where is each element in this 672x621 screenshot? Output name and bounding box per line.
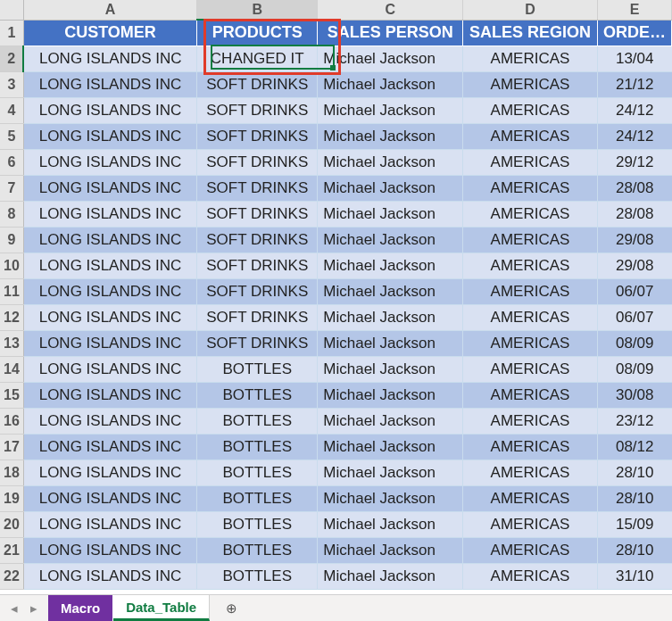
cell-B2[interactable]: CHANGED IT: [197, 46, 318, 71]
cell-E4[interactable]: 24/12: [597, 97, 671, 123]
cell-B15[interactable]: BOTTLES: [197, 382, 318, 408]
cell-C22[interactable]: Michael Jackson: [318, 563, 463, 589]
cell-E19[interactable]: 28/10: [597, 485, 671, 511]
row-header-3[interactable]: 3: [0, 71, 23, 97]
cell-C4[interactable]: Michael Jackson: [318, 97, 463, 123]
cell-D13[interactable]: AMERICAS: [463, 330, 598, 356]
cell-A8[interactable]: LONG ISLANDS INC: [23, 201, 196, 227]
column-header-A[interactable]: A: [23, 0, 196, 20]
cell-E2[interactable]: 13/04: [597, 46, 671, 71]
cell-C11[interactable]: Michael Jackson: [318, 278, 463, 304]
cell-E3[interactable]: 21/12: [597, 71, 671, 97]
cell-C13[interactable]: Michael Jackson: [318, 330, 463, 356]
tab-next-icon[interactable]: ▸: [30, 600, 37, 617]
column-header-E[interactable]: E: [597, 0, 671, 20]
cell-B3[interactable]: SOFT DRINKS: [197, 71, 318, 97]
cell-E7[interactable]: 28/08: [597, 175, 671, 201]
cell-A11[interactable]: LONG ISLANDS INC: [23, 278, 196, 304]
row-header-7[interactable]: 7: [0, 175, 23, 201]
cell-C18[interactable]: Michael Jackson: [318, 460, 463, 485]
cell-D2[interactable]: AMERICAS: [463, 46, 598, 71]
row-header-17[interactable]: 17: [0, 434, 23, 460]
cell-D17[interactable]: AMERICAS: [463, 434, 598, 460]
table-header-cell[interactable]: PRODUCTS: [197, 20, 318, 46]
table-header-cell[interactable]: SALES REGION: [463, 20, 598, 46]
cell-C2[interactable]: Michael Jackson: [318, 46, 463, 71]
cell-C9[interactable]: Michael Jackson: [318, 227, 463, 253]
cell-B21[interactable]: BOTTLES: [197, 537, 318, 563]
cell-E11[interactable]: 06/07: [597, 278, 671, 304]
cell-E9[interactable]: 29/08: [597, 227, 671, 253]
cell-D6[interactable]: AMERICAS: [463, 149, 598, 175]
row-header-15[interactable]: 15: [0, 382, 23, 408]
cell-A14[interactable]: LONG ISLANDS INC: [23, 356, 196, 382]
cell-C3[interactable]: Michael Jackson: [318, 71, 463, 97]
cell-B9[interactable]: SOFT DRINKS: [197, 227, 318, 253]
cell-D14[interactable]: AMERICAS: [463, 356, 598, 382]
sheet-tab-data_table[interactable]: Data_Table: [113, 595, 210, 621]
cell-D19[interactable]: AMERICAS: [463, 485, 598, 511]
cell-C14[interactable]: Michael Jackson: [318, 356, 463, 382]
row-header-2[interactable]: 2: [0, 46, 23, 71]
cell-A7[interactable]: LONG ISLANDS INC: [23, 175, 196, 201]
cell-D18[interactable]: AMERICAS: [463, 460, 598, 485]
cell-A16[interactable]: LONG ISLANDS INC: [23, 408, 196, 434]
cell-E13[interactable]: 08/09: [597, 330, 671, 356]
cell-D5[interactable]: AMERICAS: [463, 123, 598, 149]
cell-C16[interactable]: Michael Jackson: [318, 408, 463, 434]
sheet-tab-macro[interactable]: Macro: [48, 595, 113, 621]
row-header-1[interactable]: 1: [0, 20, 23, 46]
row-header-12[interactable]: 12: [0, 304, 23, 330]
cell-C15[interactable]: Michael Jackson: [318, 382, 463, 408]
cell-A20[interactable]: LONG ISLANDS INC: [23, 511, 196, 537]
cell-B18[interactable]: BOTTLES: [197, 460, 318, 485]
row-header-20[interactable]: 20: [0, 511, 23, 537]
cell-A3[interactable]: LONG ISLANDS INC: [23, 71, 196, 97]
row-header-10[interactable]: 10: [0, 253, 23, 278]
cell-E12[interactable]: 06/07: [597, 304, 671, 330]
row-header-16[interactable]: 16: [0, 408, 23, 434]
cell-C6[interactable]: Michael Jackson: [318, 149, 463, 175]
cell-B11[interactable]: SOFT DRINKS: [197, 278, 318, 304]
cell-E16[interactable]: 23/12: [597, 408, 671, 434]
cell-A6[interactable]: LONG ISLANDS INC: [23, 149, 196, 175]
tab-prev-icon[interactable]: ◂: [11, 600, 18, 617]
cell-E20[interactable]: 15/09: [597, 511, 671, 537]
cell-E15[interactable]: 30/08: [597, 382, 671, 408]
row-header-21[interactable]: 21: [0, 537, 23, 563]
row-header-11[interactable]: 11: [0, 278, 23, 304]
cell-B6[interactable]: SOFT DRINKS: [197, 149, 318, 175]
table-header-cell[interactable]: SALES PERSON: [318, 20, 463, 46]
cell-B5[interactable]: SOFT DRINKS: [197, 123, 318, 149]
table-header-cell[interactable]: ORDE…: [597, 20, 671, 46]
row-header-6[interactable]: 6: [0, 149, 23, 175]
cell-B4[interactable]: SOFT DRINKS: [197, 97, 318, 123]
cell-C10[interactable]: Michael Jackson: [318, 253, 463, 278]
cell-A4[interactable]: LONG ISLANDS INC: [23, 97, 196, 123]
cell-B19[interactable]: BOTTLES: [197, 485, 318, 511]
cell-A5[interactable]: LONG ISLANDS INC: [23, 123, 196, 149]
cell-A18[interactable]: LONG ISLANDS INC: [23, 460, 196, 485]
cell-E8[interactable]: 28/08: [597, 201, 671, 227]
column-header-B[interactable]: B: [197, 0, 318, 20]
cell-B10[interactable]: SOFT DRINKS: [197, 253, 318, 278]
cell-A22[interactable]: LONG ISLANDS INC: [23, 563, 196, 589]
cell-E17[interactable]: 08/12: [597, 434, 671, 460]
cell-D20[interactable]: AMERICAS: [463, 511, 598, 537]
row-header-9[interactable]: 9: [0, 227, 23, 253]
cell-D10[interactable]: AMERICAS: [463, 253, 598, 278]
cell-C21[interactable]: Michael Jackson: [318, 537, 463, 563]
cell-A10[interactable]: LONG ISLANDS INC: [23, 253, 196, 278]
row-header-5[interactable]: 5: [0, 123, 23, 149]
row-header-14[interactable]: 14: [0, 356, 23, 382]
cell-D15[interactable]: AMERICAS: [463, 382, 598, 408]
cell-D8[interactable]: AMERICAS: [463, 201, 598, 227]
cell-C12[interactable]: Michael Jackson: [318, 304, 463, 330]
cell-E6[interactable]: 29/12: [597, 149, 671, 175]
row-header-18[interactable]: 18: [0, 460, 23, 485]
cell-E10[interactable]: 29/08: [597, 253, 671, 278]
cell-B16[interactable]: BOTTLES: [197, 408, 318, 434]
cell-B22[interactable]: BOTTLES: [197, 563, 318, 589]
cell-B12[interactable]: SOFT DRINKS: [197, 304, 318, 330]
row-header-4[interactable]: 4: [0, 97, 23, 123]
